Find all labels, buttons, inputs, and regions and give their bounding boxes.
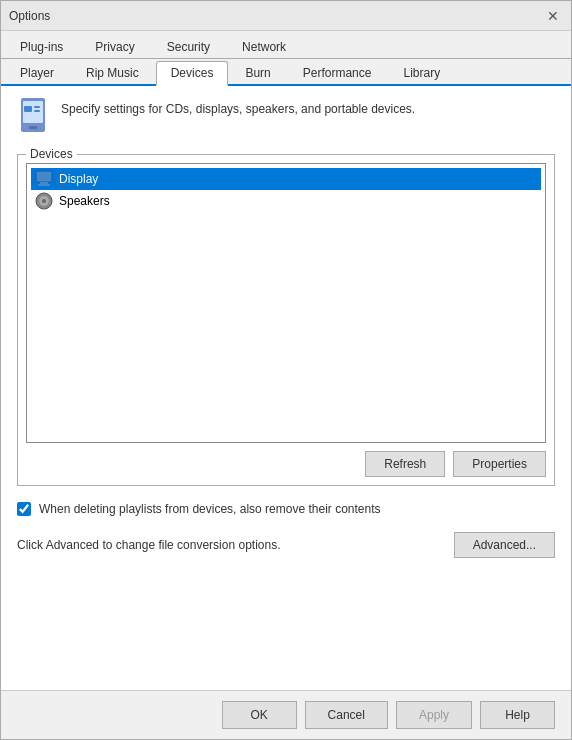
tabs-row-2: Player Rip Music Devices Burn Performanc… (1, 59, 571, 86)
tab-security[interactable]: Security (152, 35, 225, 58)
main-content: Specify settings for CDs, displays, spea… (1, 86, 571, 690)
properties-button[interactable]: Properties (453, 451, 546, 477)
svg-point-11 (42, 199, 46, 203)
tab-privacy[interactable]: Privacy (80, 35, 149, 58)
svg-rect-8 (38, 184, 50, 186)
tab-network[interactable]: Network (227, 35, 301, 58)
devices-list[interactable]: Display Speakers (26, 163, 546, 443)
refresh-button[interactable]: Refresh (365, 451, 445, 477)
footer: OK Cancel Apply Help (1, 690, 571, 739)
close-button[interactable]: ✕ (543, 6, 563, 26)
spacer (17, 570, 555, 678)
pda-icon (17, 98, 49, 138)
tabs-row-1: Plug-ins Privacy Security Network (1, 31, 571, 59)
devices-group-label: Devices (26, 147, 77, 161)
tab-library[interactable]: Library (388, 61, 455, 84)
tab-burn[interactable]: Burn (230, 61, 285, 84)
device-item-display[interactable]: Display (31, 168, 541, 190)
delete-playlists-checkbox[interactable] (17, 502, 31, 516)
description-row: Specify settings for CDs, displays, spea… (17, 98, 555, 138)
help-button[interactable]: Help (480, 701, 555, 729)
options-window: Options ✕ Plug-ins Privacy Security Netw… (0, 0, 572, 740)
description-text: Specify settings for CDs, displays, spea… (61, 98, 415, 116)
device-buttons-row: Refresh Properties (26, 451, 546, 477)
ok-button[interactable]: OK (222, 701, 297, 729)
advanced-description: Click Advanced to change file conversion… (17, 538, 281, 552)
svg-rect-4 (34, 106, 40, 108)
device-speakers-label: Speakers (59, 194, 110, 208)
tab-devices[interactable]: Devices (156, 61, 229, 86)
apply-button[interactable]: Apply (396, 701, 472, 729)
checkbox-label: When deleting playlists from devices, al… (39, 502, 381, 516)
tab-performance[interactable]: Performance (288, 61, 387, 84)
svg-rect-6 (36, 171, 52, 182)
title-bar: Options ✕ (1, 1, 571, 31)
cancel-button[interactable]: Cancel (305, 701, 388, 729)
svg-rect-2 (29, 126, 37, 129)
tab-plugins[interactable]: Plug-ins (5, 35, 78, 58)
tab-rip-music[interactable]: Rip Music (71, 61, 154, 84)
svg-rect-3 (24, 106, 32, 112)
devices-group: Devices Display (17, 154, 555, 486)
svg-rect-5 (34, 110, 40, 112)
display-icon (35, 170, 53, 188)
advanced-row: Click Advanced to change file conversion… (17, 532, 555, 558)
svg-rect-7 (40, 182, 48, 184)
speakers-icon (35, 192, 53, 210)
checkbox-row: When deleting playlists from devices, al… (17, 502, 555, 516)
tab-player[interactable]: Player (5, 61, 69, 84)
advanced-button[interactable]: Advanced... (454, 532, 555, 558)
window-title: Options (9, 9, 50, 23)
device-display-label: Display (59, 172, 98, 186)
device-item-speakers[interactable]: Speakers (31, 190, 541, 212)
